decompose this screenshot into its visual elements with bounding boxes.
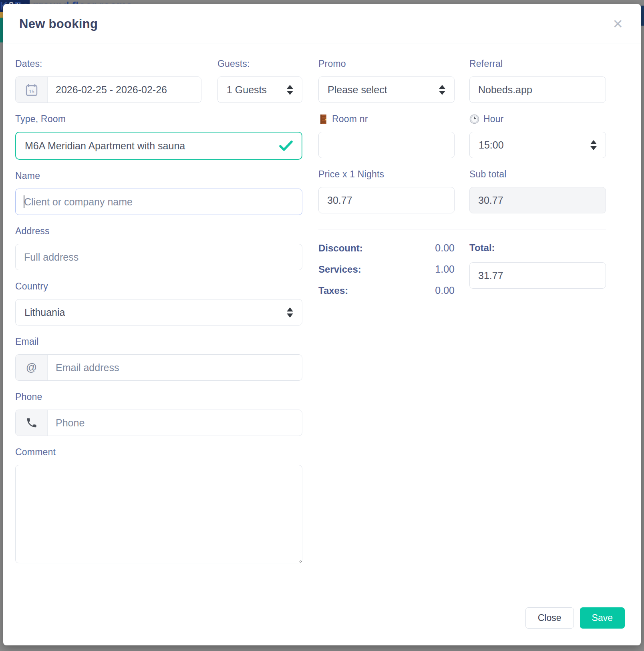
type-room-input[interactable]: M6A Meridian Apartment with sauna: [15, 132, 302, 160]
type-room-value: M6A Meridian Apartment with sauna: [25, 140, 185, 152]
email-field[interactable]: [48, 355, 302, 380]
page-title: New booking: [19, 17, 98, 31]
subtotal-label: Sub total: [469, 169, 606, 180]
select-arrows-icon: [287, 85, 293, 95]
at-sign-icon: @: [16, 355, 48, 380]
price-nights-label: Price x 1 Nights: [318, 169, 455, 180]
select-arrows-icon: [590, 140, 597, 150]
modal-body: Dates: 15: [3, 44, 641, 594]
hour-selected-value: 15:00: [479, 139, 504, 151]
taxes-value: 0.00: [435, 285, 455, 296]
summary-row-taxes: Taxes: 0.00: [318, 285, 455, 296]
guests-label: Guests:: [217, 58, 302, 69]
address-input[interactable]: [15, 244, 302, 270]
dates-label: Dates:: [15, 58, 201, 69]
total-input[interactable]: [469, 262, 606, 289]
name-input[interactable]: [15, 189, 302, 215]
address-label: Address: [15, 226, 302, 237]
subtotal-input: [469, 187, 606, 213]
discount-label: Discount:: [318, 243, 363, 254]
comment-label: Comment: [15, 447, 302, 458]
promo-selected-value: Please select: [328, 84, 387, 96]
calendar-icon: 15: [24, 82, 39, 97]
close-button[interactable]: Close: [525, 607, 574, 629]
email-input-group: @: [15, 354, 302, 381]
right-form-column: Promo Please select: [318, 58, 606, 594]
price-input[interactable]: [318, 187, 455, 213]
checkmark-icon: [279, 140, 293, 151]
type-room-label: Type, Room: [15, 114, 302, 125]
promo-label: Promo: [318, 58, 455, 69]
taxes-label: Taxes:: [318, 285, 348, 296]
services-value: 1.00: [435, 263, 455, 275]
left-form-column: Dates: 15: [15, 58, 302, 594]
country-selected-value: Lithuania: [24, 307, 65, 318]
discount-value: 0.00: [435, 242, 455, 254]
summary-table: Discount: 0.00 Services: 1.00 Taxes: 0.0…: [318, 242, 455, 306]
guests-selected-value: 1 Guests: [227, 84, 267, 96]
dates-input-group: 15: [15, 76, 201, 103]
phone-input-group: [15, 410, 302, 436]
modal-footer: Close Save: [3, 594, 641, 645]
select-arrows-icon: [287, 307, 293, 317]
referral-input[interactable]: [469, 76, 606, 103]
door-icon: [318, 114, 328, 125]
new-booking-modal: New booking ✕ Dates:: [3, 4, 641, 645]
comment-textarea[interactable]: [15, 465, 302, 563]
dates-input[interactable]: [48, 77, 201, 102]
svg-text:15: 15: [29, 89, 34, 94]
modal-header: New booking ✕: [3, 4, 641, 44]
referral-label: Referral: [469, 58, 606, 69]
summary-row-discount: Discount: 0.00: [318, 242, 455, 254]
phone-field[interactable]: [48, 410, 302, 436]
phone-icon: [16, 410, 48, 436]
phone-label: Phone: [15, 392, 302, 402]
services-label: Services:: [318, 264, 361, 275]
summary-row-services: Services: 1.00: [318, 263, 455, 275]
promo-select[interactable]: Please select: [318, 76, 455, 103]
summary-divider: [318, 229, 606, 229]
select-arrows-icon: [439, 85, 445, 95]
name-label: Name: [15, 171, 302, 181]
close-icon[interactable]: ✕: [612, 18, 623, 30]
text-cursor: [24, 195, 24, 208]
total-label: Total:: [469, 242, 606, 253]
hour-label: Hour: [469, 114, 606, 125]
room-nr-label: Room nr: [318, 114, 455, 125]
clock-icon: [469, 114, 479, 124]
hour-select[interactable]: 15:00: [469, 132, 606, 158]
room-nr-input[interactable]: [318, 132, 455, 158]
save-button[interactable]: Save: [580, 607, 625, 629]
calendar-addon: 15: [16, 77, 48, 102]
country-label: Country: [15, 281, 302, 292]
country-select[interactable]: Lithuania: [15, 299, 302, 326]
email-label: Email: [15, 336, 302, 347]
guests-select[interactable]: 1 Guests: [217, 76, 302, 103]
